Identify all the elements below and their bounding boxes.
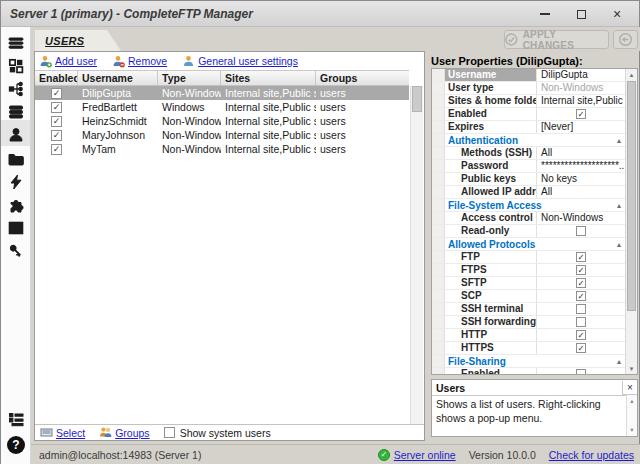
property-category-row[interactable]: File-System Access▴	[432, 199, 625, 212]
property-value[interactable]	[537, 226, 625, 236]
table-row[interactable]: HeinzSchmidtNon-WindowsInternal site,Pub…	[35, 114, 409, 128]
property-row[interactable]: Public keysNo keys	[432, 173, 625, 186]
property-row[interactable]: Enabled	[432, 368, 625, 375]
close-button[interactable]: ×	[599, 3, 635, 25]
checkbox[interactable]	[51, 144, 62, 155]
extensions-icon[interactable]	[8, 197, 24, 213]
property-row[interactable]: SSH terminal	[432, 303, 625, 316]
property-value[interactable]: Non-Windows	[537, 212, 625, 224]
servers-icon[interactable]	[8, 104, 24, 120]
property-row[interactable]: Allowed IP addressesAll	[432, 186, 625, 199]
property-row[interactable]: FTP	[432, 251, 625, 264]
property-value[interactable]	[537, 265, 625, 275]
property-category-row[interactable]: Authentication▴	[432, 134, 625, 147]
property-row[interactable]: Enabled	[432, 108, 625, 121]
collapse-arrow-icon[interactable]: ▴	[617, 136, 625, 145]
column-sites[interactable]: Sites	[221, 71, 316, 85]
property-row[interactable]: SFTP	[432, 277, 625, 290]
checkbox[interactable]	[576, 252, 586, 262]
property-value[interactable]	[537, 291, 625, 301]
general-user-settings-button[interactable]: General user settings	[182, 55, 298, 68]
property-value[interactable]	[537, 109, 625, 119]
checkbox[interactable]	[51, 88, 62, 99]
property-value[interactable]: All	[537, 186, 625, 198]
remove-user-button[interactable]: Remove	[112, 55, 167, 68]
property-value[interactable]: All	[537, 147, 625, 159]
checkbox[interactable]	[576, 278, 586, 288]
help-scroll-up-icon[interactable]: ▴	[627, 396, 637, 406]
show-system-users-checkbox[interactable]	[164, 427, 175, 438]
property-value[interactable]	[537, 252, 625, 262]
collapse-arrow-icon[interactable]: ▴	[617, 240, 625, 249]
property-value[interactable]: Internal site,Public site	[537, 95, 625, 107]
select-button[interactable]: Select	[40, 426, 85, 439]
column-username[interactable]: Username	[78, 71, 158, 85]
property-value[interactable]	[537, 278, 625, 288]
log-icon[interactable]	[8, 411, 24, 427]
property-value[interactable]	[537, 343, 625, 353]
apply-changes-button[interactable]: APPLY CHANGES	[504, 30, 609, 49]
property-value[interactable]: [Never]	[537, 121, 625, 133]
property-row[interactable]: Read-only	[432, 225, 625, 238]
property-grid-scrollbar[interactable]: ▴ ▾	[625, 69, 637, 374]
minimize-button[interactable]	[527, 3, 563, 25]
scroll-down-icon[interactable]: ▾	[626, 363, 637, 374]
property-row[interactable]: Methods (SSH)All	[432, 147, 625, 160]
checkbox[interactable]	[576, 330, 586, 340]
table-row[interactable]: MyTamNon-WindowsInternal site,Public sit…	[35, 142, 409, 156]
checkbox[interactable]	[576, 226, 586, 236]
scroll-up-icon[interactable]: ▴	[626, 69, 637, 80]
table-row[interactable]: DilipGuptaNon-WindowsInternal site,Publi…	[35, 86, 409, 100]
property-grid-scrollbar-thumb[interactable]	[627, 81, 636, 311]
menu-icon[interactable]	[8, 35, 24, 51]
checkbox[interactable]	[576, 291, 586, 301]
table-row[interactable]: FredBartlettWindowsInternal site,Public …	[35, 100, 409, 114]
licensing-icon[interactable]	[8, 243, 24, 259]
property-row[interactable]: User typeNon-Windows	[432, 82, 625, 95]
property-value[interactable]: ********************...	[537, 160, 625, 172]
checkbox[interactable]	[576, 304, 586, 314]
users-table-scrollbar[interactable]	[410, 86, 423, 425]
tab-users[interactable]: USERS	[35, 30, 121, 51]
property-row[interactable]: SCP	[432, 290, 625, 303]
table-row[interactable]: MaryJohnsonNon-WindowsInternal site,Publ…	[35, 128, 409, 142]
help-box-scrollbar[interactable]: ▴ ▾	[626, 395, 637, 436]
property-row[interactable]: SSH forwarding	[432, 316, 625, 329]
property-category-row[interactable]: Allowed Protocols▴	[432, 238, 625, 251]
property-row[interactable]: FTPS	[432, 264, 625, 277]
dashboard-icon[interactable]	[8, 58, 24, 74]
property-row[interactable]: Password********************...	[432, 160, 625, 173]
property-value[interactable]	[537, 317, 625, 327]
help-close-button[interactable]: ×	[622, 381, 637, 395]
checkbox[interactable]	[576, 343, 586, 353]
help-icon[interactable]: ?	[7, 436, 25, 454]
column-groups[interactable]: Groups	[316, 71, 406, 85]
checkbox[interactable]	[51, 116, 62, 127]
collapse-arrow-icon[interactable]: ▴	[617, 201, 625, 210]
checkbox[interactable]	[576, 369, 586, 375]
property-value[interactable]	[537, 330, 625, 340]
checkbox[interactable]	[576, 265, 586, 275]
column-type[interactable]: Type	[158, 71, 221, 85]
property-row[interactable]: HTTPS	[432, 342, 625, 355]
property-value[interactable]: DilipGupta	[537, 69, 625, 81]
check-for-updates-link[interactable]: Check for updates	[549, 449, 634, 461]
property-row[interactable]: HTTP	[432, 329, 625, 342]
groups-button[interactable]: Groups	[99, 426, 149, 439]
checkbox[interactable]	[51, 130, 62, 141]
folders-icon[interactable]	[8, 151, 24, 167]
checkbox[interactable]	[576, 109, 586, 119]
show-system-users-toggle[interactable]: Show system users	[164, 427, 271, 439]
checkbox[interactable]	[51, 102, 62, 113]
property-value[interactable]: No keys	[537, 173, 625, 185]
property-row[interactable]: Sites & home foldersInternal site,Public…	[432, 95, 625, 108]
column-enabled[interactable]: Enabled	[35, 71, 78, 85]
maximize-button[interactable]	[563, 3, 599, 25]
collapse-arrow-icon[interactable]: ▴	[617, 357, 625, 366]
property-row[interactable]: UsernameDilipGupta	[432, 69, 625, 82]
events-icon[interactable]	[8, 174, 24, 190]
sites-icon[interactable]	[8, 81, 24, 97]
server-online-link[interactable]: ✓ Server online	[378, 449, 456, 461]
property-row[interactable]: Access controlNon-Windows	[432, 212, 625, 225]
undo-changes-button[interactable]	[613, 30, 638, 49]
